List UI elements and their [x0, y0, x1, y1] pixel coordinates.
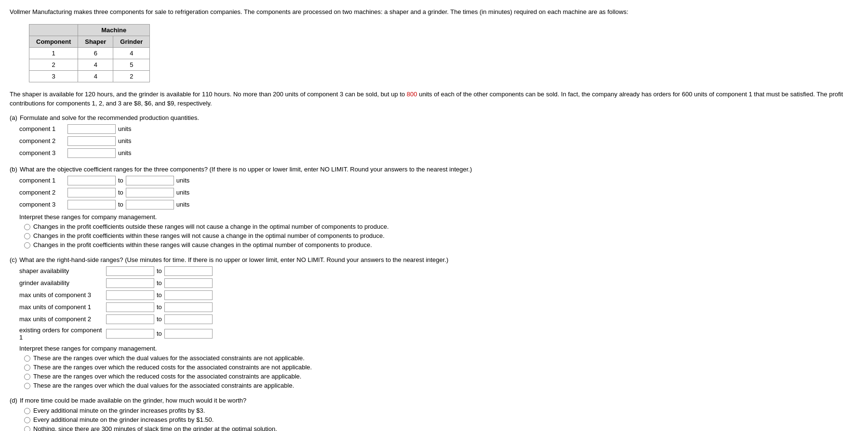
section-c-input-lower-0[interactable] — [106, 266, 154, 276]
section-c-to-3: to — [157, 303, 162, 311]
section-b-input-upper-2[interactable] — [126, 200, 174, 209]
section-b-label-2: component 3 — [19, 201, 67, 208]
section-c-radio-2[interactable] — [24, 374, 30, 380]
section-c-to-5: to — [157, 330, 162, 337]
section-b-units-2: units — [176, 201, 189, 208]
section-c-input-upper-0[interactable] — [164, 266, 213, 276]
section-b-input-lower-0[interactable] — [67, 176, 116, 185]
section-a-units-1: units — [118, 137, 131, 144]
section-b-label-1: component 2 — [19, 189, 67, 196]
section-d-radio-0[interactable] — [24, 408, 30, 414]
section-c-option-0[interactable]: These are the ranges over which the dual… — [24, 354, 858, 362]
section-c-input-lower-1[interactable] — [106, 278, 154, 288]
section-c-input-upper-2[interactable] — [164, 290, 213, 300]
section-c-input-upper-1[interactable] — [164, 278, 213, 288]
section-b-radio-1[interactable] — [24, 233, 30, 239]
section-a-input-1[interactable] — [67, 136, 116, 146]
component-col-header — [29, 24, 78, 36]
section-c-label-4: max units of component 2 — [19, 315, 106, 323]
para-before-highlight: The shaper is available for 120 hours, a… — [10, 91, 407, 98]
table-cell-component: 1 — [29, 47, 78, 59]
section-a-question: Formulate and solve for the recommended … — [20, 114, 199, 121]
section-c-input-lower-4[interactable] — [106, 314, 154, 324]
section-b-to-2: to — [118, 201, 123, 208]
section-a-label-1: component 2 — [19, 137, 67, 144]
machine-table: Machine Component Shaper Grinder 1642453… — [29, 24, 150, 82]
table-cell-component: 2 — [29, 59, 78, 70]
section-a-units-2: units — [118, 149, 131, 157]
component-label: Component — [29, 36, 78, 47]
section-d: (d) If more time could be made available… — [10, 397, 858, 431]
section-a-label-2: component 3 — [19, 149, 67, 157]
section-a-units-0: units — [118, 125, 131, 132]
section-c-input-lower-3[interactable] — [106, 302, 154, 312]
section-a-row-0: component 1units — [19, 124, 858, 134]
section-b-input-lower-1[interactable] — [67, 188, 116, 197]
section-c-option-text-0: These are the ranges over which the dual… — [33, 354, 305, 362]
grinder-label: Grinder — [113, 36, 150, 47]
section-b-units-0: units — [176, 177, 189, 184]
section-a-input-0[interactable] — [67, 124, 116, 134]
section-c-input-upper-4[interactable] — [164, 314, 213, 324]
section-c-question: What are the right-hand-side ranges? (Us… — [19, 256, 448, 263]
section-b-input-upper-0[interactable] — [126, 176, 174, 185]
section-a-input-2[interactable] — [67, 148, 116, 158]
section-b-option-2[interactable]: Changes in the profit coefficients withi… — [24, 241, 858, 248]
section-b-row-2: component 3tounits — [19, 200, 858, 209]
section-c-option-text-1: These are the ranges over which the redu… — [33, 364, 312, 371]
section-c-label-0: shaper availability — [19, 267, 106, 274]
table-row: 245 — [29, 59, 150, 70]
section-b-option-0[interactable]: Changes in the profit coefficients outsi… — [24, 223, 858, 230]
section-c-row-5: existing orders for component 1to — [19, 327, 858, 341]
section-d-radio-1[interactable] — [24, 417, 30, 423]
intro-text: Vollmer Manufacturing makes three compon… — [10, 7, 858, 17]
section-a-row-2: component 3units — [19, 148, 858, 158]
table-cell-component: 3 — [29, 70, 78, 82]
section-c-input-upper-3[interactable] — [164, 302, 213, 312]
section-b-input-lower-2[interactable] — [67, 200, 116, 209]
table-cell-grinder: 2 — [113, 70, 150, 82]
table-cell-shaper: 6 — [78, 47, 113, 59]
section-c-input-lower-5[interactable] — [106, 329, 154, 339]
section-d-option-0[interactable]: Every additional minute on the grinder i… — [24, 407, 858, 414]
section-c-interpret-label: Interpret these ranges for company manag… — [19, 345, 858, 352]
section-c-option-1[interactable]: These are the ranges over which the redu… — [24, 364, 858, 371]
section-b-interpret-label: Interpret these ranges for company manag… — [19, 213, 858, 221]
section-c-radio-3[interactable] — [24, 383, 30, 389]
section-b-row-1: component 2tounits — [19, 188, 858, 197]
section-c-input-upper-5[interactable] — [164, 329, 213, 339]
section-b-to-0: to — [118, 177, 123, 184]
section-b-option-text-0: Changes in the profit coefficients outsi… — [33, 223, 389, 230]
section-c-input-lower-2[interactable] — [106, 290, 154, 300]
section-c-to-2: to — [157, 291, 162, 299]
section-b-units-1: units — [176, 189, 189, 196]
section-d-option-1[interactable]: Every additional minute on the grinder i… — [24, 416, 858, 423]
section-b-question: What are the objective coefficient range… — [20, 166, 472, 173]
section-c-letter: (c) — [10, 256, 17, 263]
section-c-radio-0[interactable] — [24, 355, 30, 362]
section-d-option-text-0: Every additional minute on the grinder i… — [33, 407, 205, 414]
section-b-radio-2[interactable] — [24, 242, 30, 248]
section-a-letter: (a) — [10, 114, 17, 121]
section-c-option-text-3: These are the ranges over which the dual… — [33, 382, 294, 389]
machine-col-header: Machine — [78, 24, 150, 36]
section-c-row-0: shaper availabilityto — [19, 266, 858, 276]
section-d-option-2[interactable]: Nothing, since there are 300 minutes of … — [24, 425, 858, 431]
section-d-radio-2[interactable] — [24, 426, 30, 431]
section-c-option-2[interactable]: These are the ranges over which the redu… — [24, 373, 858, 380]
section-c-to-0: to — [157, 267, 162, 274]
section-c-option-3[interactable]: These are the ranges over which the dual… — [24, 382, 858, 389]
section-c-to-1: to — [157, 279, 162, 287]
section-a: (a) Formulate and solve for the recommen… — [10, 114, 858, 158]
section-d-letter: (d) — [10, 397, 17, 404]
table-cell-grinder: 4 — [113, 47, 150, 59]
section-c-radio-1[interactable] — [24, 365, 30, 371]
section-b-option-1[interactable]: Changes in the profit coefficients withi… — [24, 232, 858, 239]
section-b-radio-0[interactable] — [24, 224, 30, 230]
section-b-option-text-2: Changes in the profit coefficients withi… — [33, 241, 372, 248]
section-b-input-upper-1[interactable] — [126, 188, 174, 197]
section-b-row-0: component 1tounits — [19, 176, 858, 185]
section-b: (b) What are the objective coefficient r… — [10, 166, 858, 248]
section-a-label-0: component 1 — [19, 125, 67, 132]
section-b-label-0: component 1 — [19, 177, 67, 184]
